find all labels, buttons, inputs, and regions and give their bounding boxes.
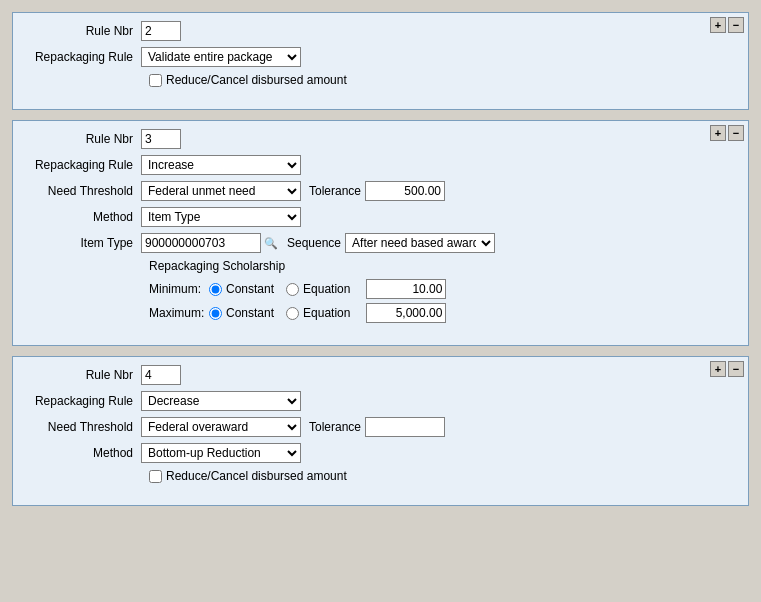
rule2-repack-desc: Repackaging Scholarship: [149, 259, 740, 273]
rule3-method-row: Method Bottom-up Reduction Item Type: [21, 443, 740, 463]
rule2-rule-nbr-row: Rule Nbr: [21, 129, 740, 149]
rule3-need-threshold-row: Need Threshold Federal overaward Federal…: [21, 417, 740, 437]
rule3-reduce-cancel-label: Reduce/Cancel disbursed amount: [166, 469, 347, 483]
rule1-reduce-cancel-label: Reduce/Cancel disbursed amount: [166, 73, 347, 87]
rule2-max-constant-label: Constant: [226, 306, 274, 320]
rule3-checkbox-row: Reduce/Cancel disbursed amount: [149, 469, 740, 483]
rule-box-1: + − Rule Nbr Repackaging Rule Validate e…: [12, 12, 749, 110]
rule2-repackaging-rule-label: Repackaging Rule: [21, 158, 141, 172]
rule2-tolerance-label: Tolerance: [309, 184, 361, 198]
rule2-method-select[interactable]: Item Type Bottom-up Reduction: [141, 207, 301, 227]
rule2-plus-button[interactable]: +: [710, 125, 726, 141]
rule2-repackaging-rule-select[interactable]: Increase Decrease Validate entire packag…: [141, 155, 301, 175]
rule2-tolerance-input[interactable]: [365, 181, 445, 201]
rule2-max-radio-group: Constant Equation: [209, 306, 358, 320]
rule2-sequence-select[interactable]: After need based award Before need based…: [345, 233, 495, 253]
rule1-rule-nbr-row: Rule Nbr: [21, 21, 740, 41]
rule1-rule-nbr-input[interactable]: [141, 21, 181, 41]
rule2-minus-button[interactable]: −: [728, 125, 744, 141]
rule2-minimum-row: Minimum: Constant Equation: [149, 279, 740, 299]
rule1-minus-button[interactable]: −: [728, 17, 744, 33]
rule2-min-radio-group: Constant Equation: [209, 282, 358, 296]
rule2-min-value-input[interactable]: [366, 279, 446, 299]
rule1-controls: + −: [710, 17, 744, 33]
rule3-repackaging-rule-row: Repackaging Rule Decrease Increase Valid…: [21, 391, 740, 411]
rule1-repackaging-rule-label: Repackaging Rule: [21, 50, 141, 64]
rule3-method-label: Method: [21, 446, 141, 460]
rule2-need-threshold-row: Need Threshold Federal unmet need Federa…: [21, 181, 740, 201]
rule2-search-icon[interactable]: 🔍: [263, 235, 279, 251]
rule3-rule-nbr-input[interactable]: [141, 365, 181, 385]
rule2-max-equation-radio[interactable]: [286, 307, 299, 320]
rule1-reduce-cancel-checkbox[interactable]: [149, 74, 162, 87]
page-container: + − Rule Nbr Repackaging Rule Validate e…: [8, 8, 753, 520]
rule2-repackaging-rule-row: Repackaging Rule Increase Decrease Valid…: [21, 155, 740, 175]
rule2-min-constant-radio[interactable]: [209, 283, 222, 296]
rule2-min-constant-label: Constant: [226, 282, 274, 296]
rule2-max-constant-radio[interactable]: [209, 307, 222, 320]
rule2-minimum-label: Minimum:: [149, 282, 209, 296]
rule1-rule-nbr-label: Rule Nbr: [21, 24, 141, 38]
rule3-plus-button[interactable]: +: [710, 361, 726, 377]
rule1-checkbox-row: Reduce/Cancel disbursed amount: [149, 73, 740, 87]
rule2-need-threshold-label: Need Threshold: [21, 184, 141, 198]
rule3-repackaging-rule-label: Repackaging Rule: [21, 394, 141, 408]
rule3-method-select[interactable]: Bottom-up Reduction Item Type: [141, 443, 301, 463]
rule2-min-equation-radio[interactable]: [286, 283, 299, 296]
rule2-minmax-section: Minimum: Constant Equation Maximum: Cons…: [149, 279, 740, 323]
rule2-need-threshold-select[interactable]: Federal unmet need Federal overaward Non…: [141, 181, 301, 201]
rule1-plus-button[interactable]: +: [710, 17, 726, 33]
rule2-maximum-row: Maximum: Constant Equation: [149, 303, 740, 323]
rule3-minus-button[interactable]: −: [728, 361, 744, 377]
rule2-method-label: Method: [21, 210, 141, 224]
rule2-item-type-input[interactable]: [141, 233, 261, 253]
rule2-sequence-label: Sequence: [287, 236, 341, 250]
rule2-item-type-row: Item Type 🔍 Sequence After need based aw…: [21, 233, 740, 253]
rule-box-2: + − Rule Nbr Repackaging Rule Increase D…: [12, 120, 749, 346]
rule2-maximum-label: Maximum:: [149, 306, 209, 320]
rule2-rule-nbr-label: Rule Nbr: [21, 132, 141, 146]
rule2-item-type-label: Item Type: [21, 236, 141, 250]
rule1-repackaging-rule-row: Repackaging Rule Validate entire package…: [21, 47, 740, 67]
rule2-max-value-input[interactable]: [366, 303, 446, 323]
rule2-controls: + −: [710, 125, 744, 141]
rule1-repackaging-rule-select[interactable]: Validate entire package Increase Decreas…: [141, 47, 301, 67]
rule-box-3: + − Rule Nbr Repackaging Rule Decrease I…: [12, 356, 749, 506]
rule3-need-threshold-label: Need Threshold: [21, 420, 141, 434]
rule3-tolerance-label: Tolerance: [309, 420, 361, 434]
rule2-method-row: Method Item Type Bottom-up Reduction: [21, 207, 740, 227]
rule3-rule-nbr-label: Rule Nbr: [21, 368, 141, 382]
rule2-max-equation-label: Equation: [303, 306, 350, 320]
rule2-min-equation-label: Equation: [303, 282, 350, 296]
rule3-controls: + −: [710, 361, 744, 377]
rule3-rule-nbr-row: Rule Nbr: [21, 365, 740, 385]
rule3-reduce-cancel-checkbox[interactable]: [149, 470, 162, 483]
rule3-need-threshold-select[interactable]: Federal overaward Federal unmet need Non…: [141, 417, 301, 437]
rule3-repackaging-rule-select[interactable]: Decrease Increase Validate entire packag…: [141, 391, 301, 411]
rule3-tolerance-input[interactable]: [365, 417, 445, 437]
rule2-rule-nbr-input[interactable]: [141, 129, 181, 149]
